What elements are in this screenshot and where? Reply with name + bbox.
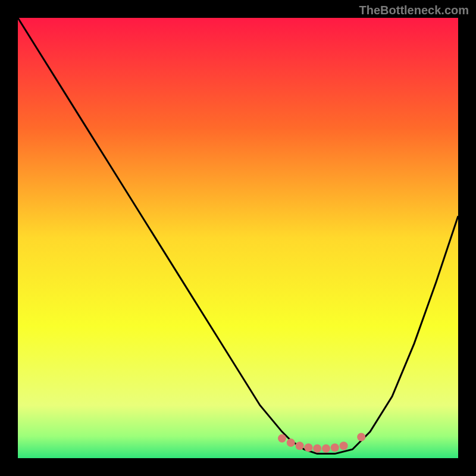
chart-background (18, 18, 458, 458)
watermark-text: TheBottleneck.com (359, 4, 469, 17)
optimal-marker (313, 444, 321, 453)
optimal-marker (278, 434, 286, 443)
optimal-marker (296, 441, 304, 450)
optimal-marker (331, 443, 339, 452)
optimal-marker (287, 439, 295, 447)
optimal-marker (304, 443, 312, 452)
chart-container (18, 18, 458, 458)
optimal-marker (340, 441, 348, 450)
bottleneck-chart (18, 18, 458, 458)
optimal-marker (322, 444, 330, 453)
optimal-marker (357, 433, 365, 441)
